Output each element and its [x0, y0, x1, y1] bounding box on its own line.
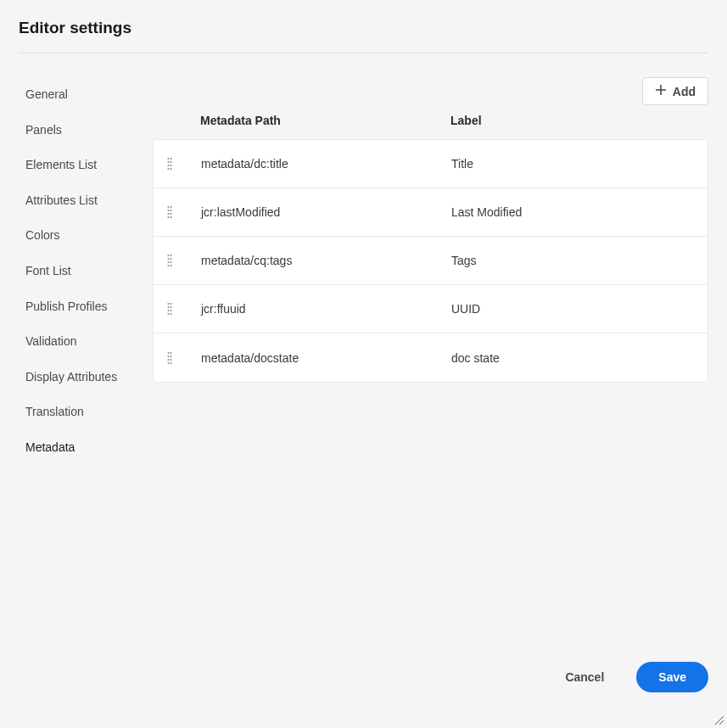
svg-point-22: [168, 261, 170, 263]
sidebar: General Panels Elements List Attributes …: [19, 77, 137, 728]
svg-point-39: [171, 359, 172, 361]
svg-point-35: [171, 352, 172, 354]
sidebar-item-colors[interactable]: Colors: [19, 218, 137, 254]
save-button[interactable]: Save: [636, 662, 708, 692]
svg-point-18: [168, 255, 170, 256]
add-button-label: Add: [673, 85, 696, 98]
svg-point-20: [168, 258, 170, 260]
cell-path: metadata/dc:title: [201, 157, 451, 171]
svg-point-32: [168, 313, 170, 315]
svg-point-17: [171, 216, 172, 218]
resize-grip-icon[interactable]: [713, 714, 724, 725]
svg-point-29: [171, 306, 172, 308]
table-header: Metadata Path Label: [153, 114, 708, 139]
table-row[interactable]: jcr:ffuuid UUID: [154, 285, 707, 333]
table-row[interactable]: jcr:lastModified Last Modified: [154, 188, 707, 237]
svg-point-13: [171, 210, 172, 211]
cell-path: jcr:ffuuid: [201, 302, 451, 316]
cell-label: UUID: [451, 302, 694, 316]
table-row[interactable]: metadata/dc:title Title: [154, 140, 707, 188]
drag-handle-icon[interactable]: [167, 157, 201, 171]
svg-point-15: [171, 213, 172, 215]
svg-point-34: [168, 352, 170, 354]
column-header-path: Metadata Path: [200, 114, 450, 127]
main-panel: Add Metadata Path Label metadata/dc:titl…: [153, 77, 708, 728]
svg-point-33: [171, 313, 172, 315]
table-row[interactable]: metadata/cq:tags Tags: [154, 237, 707, 285]
drag-handle-icon[interactable]: [167, 302, 201, 316]
svg-point-36: [168, 356, 170, 357]
svg-point-2: [168, 158, 170, 160]
svg-point-7: [171, 165, 172, 166]
drag-handle-icon[interactable]: [167, 351, 201, 365]
svg-point-41: [171, 362, 172, 364]
cell-path: jcr:lastModified: [201, 205, 451, 219]
table-row[interactable]: metadata/docstate doc state: [154, 333, 707, 382]
svg-line-42: [715, 716, 724, 725]
svg-point-3: [171, 158, 172, 160]
svg-point-4: [168, 161, 170, 163]
svg-line-43: [719, 720, 724, 725]
plus-icon: [655, 84, 667, 98]
svg-point-12: [168, 210, 170, 211]
svg-point-27: [171, 303, 172, 305]
svg-point-16: [168, 216, 170, 218]
page-title: Editor settings: [19, 19, 708, 53]
drag-handle-icon[interactable]: [167, 205, 201, 219]
cell-label: Title: [451, 157, 694, 171]
svg-point-38: [168, 359, 170, 361]
svg-point-10: [168, 206, 170, 208]
sidebar-item-font-list[interactable]: Font List: [19, 254, 137, 289]
metadata-table: metadata/dc:title Title jcr:lastModified…: [153, 139, 708, 383]
cell-label: Last Modified: [451, 205, 694, 219]
sidebar-item-attributes-list[interactable]: Attributes List: [19, 183, 137, 219]
sidebar-item-elements-list[interactable]: Elements List: [19, 148, 137, 183]
svg-point-40: [168, 362, 170, 364]
svg-point-14: [168, 213, 170, 215]
cell-label: Tags: [451, 254, 694, 267]
column-header-label: Label: [450, 114, 708, 127]
svg-point-24: [168, 265, 170, 266]
svg-point-5: [171, 161, 172, 163]
svg-point-9: [171, 168, 172, 170]
cell-label: doc state: [451, 351, 694, 365]
sidebar-item-metadata[interactable]: Metadata: [19, 430, 137, 466]
sidebar-item-panels[interactable]: Panels: [19, 113, 137, 148]
svg-point-11: [171, 206, 172, 208]
add-button[interactable]: Add: [642, 77, 708, 105]
svg-point-30: [168, 310, 170, 311]
svg-point-6: [168, 165, 170, 166]
sidebar-item-general[interactable]: General: [19, 77, 137, 113]
svg-point-37: [171, 356, 172, 357]
svg-point-28: [168, 306, 170, 308]
svg-point-25: [171, 265, 172, 266]
sidebar-item-translation[interactable]: Translation: [19, 395, 137, 430]
cell-path: metadata/docstate: [201, 351, 451, 365]
cancel-button[interactable]: Cancel: [550, 662, 619, 692]
svg-point-23: [171, 261, 172, 263]
svg-point-26: [168, 303, 170, 305]
svg-point-31: [171, 310, 172, 311]
sidebar-item-publish-profiles[interactable]: Publish Profiles: [19, 289, 137, 325]
svg-point-19: [171, 255, 172, 256]
sidebar-item-validation[interactable]: Validation: [19, 324, 137, 360]
drag-handle-icon[interactable]: [167, 254, 201, 267]
sidebar-item-display-attributes[interactable]: Display Attributes: [19, 360, 137, 395]
svg-point-8: [168, 168, 170, 170]
svg-point-21: [171, 258, 172, 260]
cell-path: metadata/cq:tags: [201, 254, 451, 267]
